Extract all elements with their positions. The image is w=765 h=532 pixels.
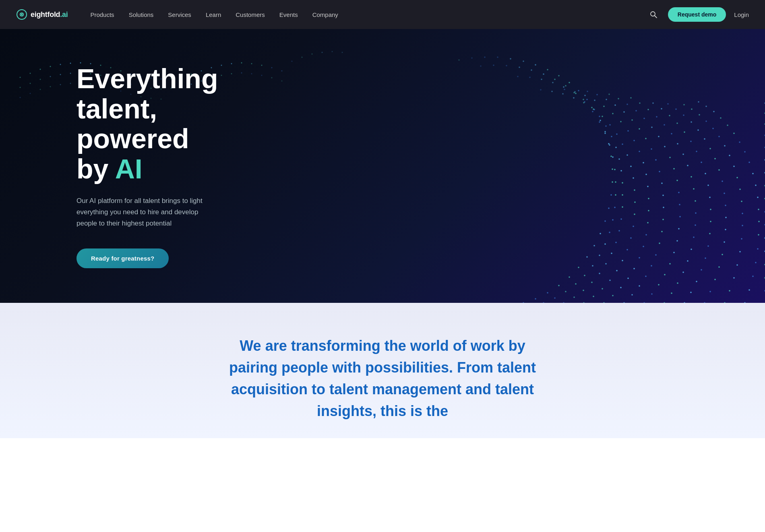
svg-point-263 xyxy=(682,271,684,273)
logo-text: eightfold.ai xyxy=(31,10,68,19)
hero-title-line1: Everything talent, xyxy=(76,63,218,124)
svg-point-359 xyxy=(705,106,707,107)
svg-point-289 xyxy=(710,209,711,210)
svg-point-141 xyxy=(583,290,584,291)
svg-point-35 xyxy=(332,51,333,52)
logo[interactable]: eightfold.ai xyxy=(16,9,68,20)
svg-point-328 xyxy=(742,213,743,214)
svg-point-277 xyxy=(656,116,657,118)
hero-subtitle: Our AI platform for all talent brings to… xyxy=(76,195,213,229)
svg-point-184 xyxy=(602,116,603,117)
svg-point-307 xyxy=(725,229,726,230)
nav-link-company[interactable]: Company xyxy=(306,8,345,21)
hero-section: Everything talent, powered by AI Our AI … xyxy=(0,29,765,303)
svg-point-84 xyxy=(578,267,579,268)
svg-point-222 xyxy=(661,231,663,232)
hero-title-ai-highlight: AI xyxy=(115,153,143,184)
svg-point-331 xyxy=(736,177,738,178)
svg-point-90 xyxy=(610,194,612,196)
svg-point-229 xyxy=(651,148,652,150)
svg-point-145 xyxy=(611,253,612,254)
svg-point-240 xyxy=(658,284,660,286)
nav-link-products[interactable]: Products xyxy=(84,8,120,21)
svg-point-293 xyxy=(701,161,702,163)
svg-point-212 xyxy=(584,95,586,96)
svg-point-182 xyxy=(616,133,618,135)
svg-point-352 xyxy=(748,161,750,163)
svg-point-202 xyxy=(647,186,649,187)
svg-point-302 xyxy=(709,291,711,292)
svg-point-291 xyxy=(707,184,709,186)
svg-point-188 xyxy=(562,93,564,95)
svg-point-358 xyxy=(713,111,715,112)
svg-point-282 xyxy=(690,292,692,293)
svg-point-214 xyxy=(564,89,565,90)
svg-point-259 xyxy=(608,93,610,95)
svg-point-185 xyxy=(593,108,594,110)
svg-point-280 xyxy=(630,97,632,99)
svg-point-284 xyxy=(701,269,702,271)
svg-point-98 xyxy=(586,99,588,100)
svg-point-133 xyxy=(543,73,544,75)
svg-point-345 xyxy=(757,248,759,250)
svg-point-340 xyxy=(683,104,685,106)
svg-point-216 xyxy=(631,294,633,296)
svg-point-251 xyxy=(669,157,671,158)
nav-link-customers[interactable]: Customers xyxy=(229,8,271,21)
svg-point-254 xyxy=(651,126,653,128)
svg-point-326 xyxy=(741,238,742,240)
request-demo-button[interactable]: Request demo xyxy=(668,7,726,22)
svg-point-172 xyxy=(626,249,628,250)
svg-point-269 xyxy=(695,200,696,202)
svg-point-317 xyxy=(691,121,692,123)
svg-point-337 xyxy=(705,120,707,122)
svg-point-87 xyxy=(600,233,601,234)
svg-point-287 xyxy=(709,233,711,234)
svg-point-242 xyxy=(669,263,671,265)
svg-point-213 xyxy=(574,91,576,93)
svg-point-234 xyxy=(614,104,616,106)
svg-point-122 xyxy=(615,181,616,183)
svg-point-353 xyxy=(744,151,746,153)
svg-point-283 xyxy=(696,281,697,282)
nav-link-services[interactable]: Services xyxy=(161,8,198,21)
svg-point-355 xyxy=(733,132,735,134)
svg-point-285 xyxy=(705,257,706,259)
svg-point-79 xyxy=(523,302,524,303)
svg-point-2 xyxy=(651,12,655,16)
svg-point-171 xyxy=(622,260,623,261)
svg-point-146 xyxy=(615,242,617,243)
svg-point-197 xyxy=(643,246,644,247)
svg-point-332 xyxy=(733,166,735,167)
svg-point-210 xyxy=(603,106,605,107)
svg-point-329 xyxy=(741,201,742,202)
nav-link-learn[interactable]: Learn xyxy=(199,8,227,21)
svg-point-348 xyxy=(758,209,759,210)
svg-point-152 xyxy=(620,170,622,172)
svg-point-177 xyxy=(634,189,635,191)
svg-point-244 xyxy=(676,240,678,242)
svg-point-88 xyxy=(604,220,606,222)
svg-point-92 xyxy=(612,168,613,170)
svg-point-136 xyxy=(506,65,507,66)
nav-link-solutions[interactable]: Solutions xyxy=(122,8,160,21)
svg-point-230 xyxy=(645,138,647,139)
svg-point-126 xyxy=(604,132,606,134)
svg-point-164 xyxy=(529,77,531,78)
login-button[interactable]: Login xyxy=(734,11,749,18)
nav-link-events[interactable]: Events xyxy=(273,8,304,21)
svg-point-104 xyxy=(523,60,524,62)
svg-point-143 xyxy=(599,273,600,274)
hero-cta-button[interactable]: Ready for greatness? xyxy=(76,248,169,268)
svg-point-162 xyxy=(552,82,554,83)
svg-point-135 xyxy=(519,66,520,68)
svg-point-96 xyxy=(600,120,601,121)
svg-point-82 xyxy=(558,285,560,286)
svg-point-117 xyxy=(604,243,606,245)
svg-point-150 xyxy=(622,194,623,196)
svg-point-275 xyxy=(671,133,672,135)
search-button[interactable] xyxy=(647,8,660,21)
svg-point-296 xyxy=(684,131,685,133)
svg-point-81 xyxy=(547,292,548,294)
svg-point-219 xyxy=(651,265,652,267)
